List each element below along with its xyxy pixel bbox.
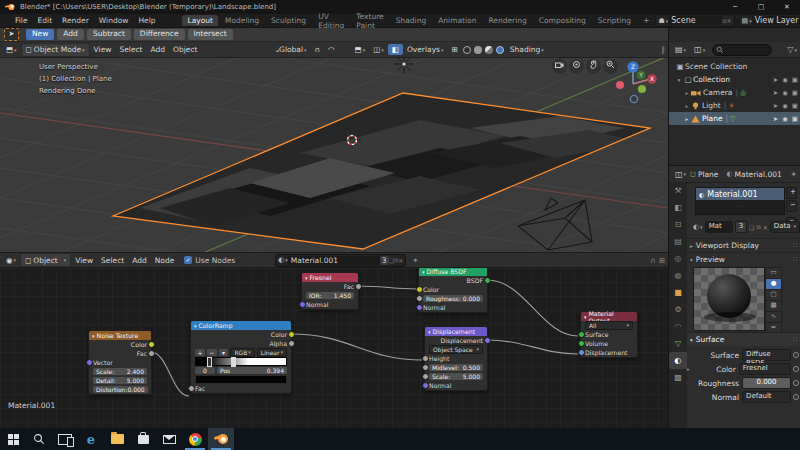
tab-tool[interactable]: ⚒ [669,182,687,199]
view-layer-selector[interactable]: ▤ ▾ View Layer ⧉ ✕ [739,14,800,27]
boolean-difference-button[interactable]: Difference [133,28,186,41]
target-dropdown[interactable]: All▾ [585,321,633,330]
scale-field[interactable]: Scale:5.000 [429,373,483,381]
close-button[interactable]: ✕ [774,3,800,11]
snap-magnet-icon[interactable]: ∩ [311,44,325,56]
new-datablock-icon[interactable]: ❏ [749,224,754,231]
unlink-datablock-icon[interactable]: ✕ [763,224,768,231]
node-header[interactable]: ▾Noise Texture [89,331,151,340]
add-stop-button[interactable]: + [195,349,205,357]
tab-scene[interactable]: ◎ [669,250,687,267]
light-data-icon[interactable]: ☀ [728,102,734,110]
light-toggles[interactable]: ➤◉▣ [773,102,798,110]
view-menu[interactable]: View [90,44,116,56]
normal-input-dropdown[interactable]: Default [742,391,791,403]
collection-expand-icon[interactable]: ▾ [675,77,683,83]
editor-type-3d-icon[interactable]: ⬒▾ [2,44,21,56]
camera-data-icon[interactable]: ◎ [740,89,746,97]
detail-field[interactable]: Detail:5.000 [93,377,147,385]
orbit-button[interactable] [569,59,584,74]
file-explorer-icon[interactable] [104,428,130,450]
camera-view-button[interactable] [552,59,567,74]
input-socket-height[interactable] [422,355,429,362]
surface-panel-header[interactable]: ▾ Surface ∷ [687,332,800,346]
menu-help[interactable]: Help [133,16,160,25]
tab-world[interactable]: ◍ [669,267,687,284]
boolean-new-button[interactable]: New [25,28,55,41]
roughness-slider[interactable]: 0.000 [742,377,791,389]
add-workspace-button[interactable]: + [638,15,654,26]
show-gizmo-icon[interactable]: ⬒▾ [351,44,370,56]
taskbar-search-icon[interactable] [26,428,52,450]
color-mode-dropdown[interactable]: RGB▾ [230,348,254,357]
output-socket-bsdf[interactable] [484,277,491,284]
light-object[interactable] [394,58,414,74]
output-socket-displacement[interactable] [484,337,491,344]
use-nodes-checkbox[interactable]: ✓ [184,256,192,264]
overlays-dropdown[interactable]: Overlays▾ [403,44,448,56]
edge-icon[interactable]: e [78,428,104,450]
input-socket-color[interactable] [416,286,423,293]
breadcrumb-material[interactable]: Material.001 [735,170,782,179]
input-socket-midlevel[interactable] [422,364,429,371]
stop-color-swatch[interactable] [195,375,287,384]
scene-unlink-icon[interactable]: ✕ [727,17,732,24]
proportional-edit-icon[interactable]: ◠ [324,44,339,56]
pin-icon[interactable]: ✦ [412,256,418,265]
copy-datablock-icon[interactable]: ⧉ [756,223,760,231]
breadcrumb-object[interactable]: Plane [698,170,719,179]
workspace-tab-rendering[interactable]: Rendering [483,15,531,26]
outliner-row-camera[interactable]: ▸ Camera | ◎ ➤◉▣ [669,86,800,99]
node-noise-texture[interactable]: ▾Noise Texture Color Fac Vector Scale:2.… [88,330,152,395]
decorator-dot[interactable] [793,380,799,386]
distortion-field[interactable]: Distortion:0.000 [93,386,148,394]
ior-field[interactable]: IOR:1.450 [306,292,354,300]
shader-options-icon[interactable]: ⊞ [659,256,665,265]
remove-slot-button[interactable]: − [786,200,797,212]
node-fresnel[interactable]: ▾Fresnel Fac IOR:1.450 Normal [301,272,359,310]
color-input-dropdown[interactable]: Fresnel [739,363,791,375]
boolean-subtract-button[interactable]: Subtract [86,28,132,41]
editor-type-shader-icon[interactable]: ◉▾ [2,254,20,266]
node-header[interactable]: ▾Diffuse BSDF [419,268,487,276]
mode-dropdown[interactable]: ◻Object Mode▾ [21,43,90,57]
add-slot-button[interactable]: + [786,187,797,199]
preview-panel-header[interactable]: ▾ Preview ∷ [687,252,800,266]
outliner-search-input[interactable] [712,44,772,56]
light-expand-icon[interactable]: ▸ [683,103,691,109]
node-header[interactable]: ▾Displacement [425,327,487,336]
start-button[interactable] [0,428,26,450]
node-material-output[interactable]: ▾Material Output All▾ Surface Volume Dis… [580,311,638,358]
output-socket-fac[interactable] [148,350,155,357]
interpolation-dropdown[interactable]: Linear▾ [257,348,287,357]
visibility-icon[interactable]: ◫▾ [369,44,388,56]
output-socket-alpha[interactable] [288,340,295,347]
input-socket-fac[interactable] [188,385,195,392]
workspace-tab-shading[interactable]: Shading [391,15,431,26]
navigation-gizmo[interactable]: Z Y X [616,61,657,102]
remove-stop-button[interactable]: − [207,349,217,357]
shader-select-menu[interactable]: Select [97,254,128,266]
workspace-tab-compositing[interactable]: Compositing [534,15,591,26]
camera-expand-icon[interactable]: ▸ [683,90,691,96]
pan-hand-button[interactable] [586,59,601,74]
input-socket-surface[interactable] [578,331,585,338]
input-socket-normal[interactable] [416,304,423,311]
mail-icon[interactable] [156,428,182,450]
node-header[interactable]: ▾ColorRamp [191,321,291,330]
outliner-row-collection[interactable]: ▾ ▢ Collection ➤◉▣ [669,73,800,86]
add-menu[interactable]: Add [147,44,170,56]
blender-taskbar-icon[interactable] [208,428,234,450]
region-splitter[interactable]: ‖ [661,45,665,54]
shading-solid-icon[interactable] [474,46,482,54]
workspace-tab-scripting[interactable]: Scripting [593,15,636,26]
scale-field[interactable]: Scale:2.400 [93,368,147,376]
input-socket-displacement[interactable] [578,349,585,356]
boolean-intersect-button[interactable]: Intersect [187,28,234,41]
zoom-button[interactable] [603,59,618,74]
material-name-input[interactable]: Mat [705,221,733,233]
node-header[interactable]: ▾Material Output [581,312,637,321]
chrome-icon[interactable] [182,428,208,450]
xray-toggle-icon[interactable]: ⊞ [448,44,462,56]
overlays-toggle-icon[interactable]: ◧ [388,44,403,55]
